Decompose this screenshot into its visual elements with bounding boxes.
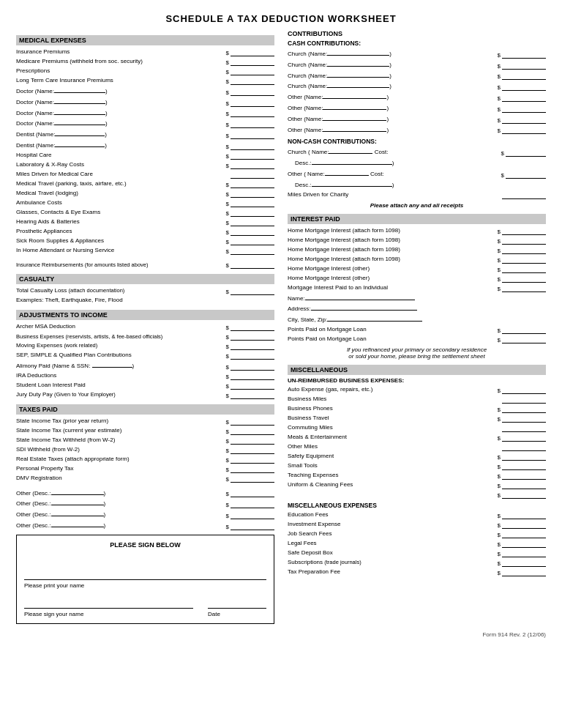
print-name-label: Please print your name — [24, 582, 266, 589]
list-item: SEP, SIMPLE & Qualified Plan Contributio… — [16, 351, 274, 360]
church-line-1: Church (Name:) $ — [288, 48, 546, 59]
list-item: Hospital Care$ — [16, 151, 274, 160]
list-item: Safe Deposit Box$ — [288, 549, 546, 557]
miles-charity: Miles Driven for Charity — [288, 190, 546, 199]
list-item: Doctor (Name:)$ — [16, 108, 274, 118]
adjustments-header: ADJUSTMENTS TO INCOME — [16, 310, 274, 320]
other-donation-1: Other (Name:) $ — [288, 92, 546, 102]
list-item: Medical Travel (parking, taxis, airfare,… — [16, 179, 274, 188]
list-item: Medical Travel (lodging)$ — [16, 189, 274, 198]
list-item: Doctor (Name:)$ — [16, 86, 274, 96]
list-item: Examples: Theft, Earthquake, Fire, Flood — [16, 296, 274, 305]
sign-section: PLEASE SIGN BELOW Please print your name… — [16, 535, 274, 624]
sign-name-label: Please sign your name — [24, 611, 193, 617]
list-item: Business Travel$ — [288, 414, 546, 423]
mortgage-address: Address: — [288, 303, 546, 313]
list-item: Laboratory & X-Ray Costs$ — [16, 160, 274, 169]
list-item: Doctor (Name:)$ — [16, 118, 274, 128]
list-item: Prescriptions$ — [16, 67, 274, 75]
list-item: Small Tools$ — [288, 461, 546, 470]
church-line-4: Church (Name:) $ — [288, 81, 546, 91]
list-item: Doctor (Name:)$ — [16, 97, 274, 107]
left-column: MEDICAL EXPENSES Insurance Premiums$ Med… — [16, 30, 274, 624]
list-item: Hearing Aids & Batteries$ — [16, 218, 274, 226]
list-item: Business Expenses (reservists, artists, … — [16, 332, 274, 341]
list-item: Teaching Expenses$ — [288, 471, 546, 480]
list-item: Personal Property Tax$ — [16, 464, 274, 473]
list-item: Glasses, Contacts & Eye Exams$ — [16, 208, 274, 217]
cash-header: CASH CONTRIBUTIONS: — [288, 40, 546, 47]
list-item: Total Casualty Loss (attach documentatio… — [16, 286, 274, 295]
print-name-line[interactable] — [24, 579, 266, 580]
list-item: Archer MSA Deduction$ — [16, 322, 274, 331]
misc-header: MISCELLANEOUS — [288, 365, 546, 375]
list-item: Commuting Miles — [288, 423, 546, 432]
list-item: Home Mortgage Interest (attach form 1098… — [288, 255, 546, 264]
list-item: Home Mortgage Interest (attach form 1098… — [288, 226, 546, 235]
list-item: Meals & Entertainment$ — [288, 433, 546, 442]
list-item: Jury Duty Pay (Given to Your Employer)$ — [16, 390, 274, 399]
casualty-header: CASUALTY — [16, 274, 274, 284]
noncash-header: NON-CASH CONTRIBUTIONS: — [288, 138, 546, 145]
list-item: Moving Expenses (work related)$ — [16, 341, 274, 350]
list-item: Insurance Reimbursements (for amounts li… — [16, 260, 274, 269]
list-item: State Income Tax (current year estimate)… — [16, 426, 274, 435]
list-item: Insurance Premiums$ — [16, 48, 274, 56]
church-line-3: Church (Name:) $ — [288, 70, 546, 81]
list-item: DMV Registration$ — [16, 474, 274, 483]
list-item: Other (Desc.:)$ — [16, 488, 274, 498]
list-item: Subscriptions (trade journals)$ — [288, 558, 546, 567]
other-donation-2: Other (Name:) $ — [288, 103, 546, 113]
right-column: CONTRIBUTIONS CASH CONTRIBUTIONS: Church… — [288, 30, 546, 624]
list-item: Auto Expense (gas, repairs, etc.)$ — [288, 385, 546, 394]
list-item: Dentist (Name:)$ — [16, 140, 274, 150]
date-label: Date — [208, 611, 266, 617]
list-item: Other (Desc.:)$ — [16, 498, 274, 508]
list-item: Long Term Care Insurance Premiums$ — [16, 76, 274, 85]
noncash-church-desc: Desc.:) — [295, 157, 546, 168]
list-item: Medicare Premiums (withheld from soc. se… — [16, 57, 274, 66]
mortgage-individual: Mortgage Interest Paid to an Individual … — [288, 283, 546, 292]
list-item: In Home Attendant or Nursing Service$ — [16, 246, 274, 255]
list-item: IRA Deductions$ — [16, 371, 274, 380]
page-title: SCHEDULE A TAX DEDUCTION WORKSHEET — [16, 13, 546, 24]
list-item: Prosthetic Appliances$ — [16, 227, 274, 236]
list-item: Investment Expense$ — [288, 520, 546, 529]
list-item: Other (Desc.:)$ — [16, 509, 274, 519]
other-donation-3: Other (Name:) $ — [288, 114, 546, 124]
date-block: Date — [208, 598, 266, 617]
points-2: Points Paid on Mortgage Loan $ — [288, 335, 546, 343]
medical-expenses-header: MEDICAL EXPENSES — [16, 35, 274, 45]
interest-paid-header: INTEREST PAID — [288, 214, 546, 224]
unreimbursed-header: UN-REIMBURSED BUSINESS EXPENSES: — [288, 377, 546, 384]
sign-name-line[interactable] — [24, 608, 193, 609]
list-item: Ambulance Costs$ — [16, 198, 274, 207]
list-item: SDI Withheld (from W-2)$ — [16, 445, 274, 454]
date-line[interactable] — [208, 608, 266, 609]
list-item: Alimony Paid (Name & SSN: )$ — [16, 360, 274, 371]
list-item: Other (Desc.:)$ — [16, 520, 274, 530]
list-item: Education Fees$ — [288, 510, 546, 519]
list-item: State Income Tax (prior year return)$ — [16, 417, 274, 426]
noncash-church: Church ( Name: Cost: $ — [288, 146, 546, 157]
sign-name-block: Please sign your name — [24, 598, 193, 617]
list-item: Uniform & Cleaning Fees$ — [288, 480, 546, 489]
form-number: Form 914 Rev. 2 (12/06) — [16, 631, 546, 638]
list-item: Student Loan Interest Paid$ — [16, 381, 274, 390]
noncash-other-desc: Desc.:) — [295, 179, 546, 190]
list-item: Home Mortgage Interest (attach form 1098… — [288, 245, 546, 254]
list-item: Business Phones$ — [288, 404, 546, 413]
contributions-header: CONTRIBUTIONS — [288, 30, 546, 37]
mortgage-city: City, State, Zip: — [288, 314, 546, 324]
list-item: Miles Driven for Medical Care — [16, 170, 274, 179]
list-item: Sick Room Supplies & Appliances$ — [16, 237, 274, 245]
other-donation-4: Other (Name:) $ — [288, 125, 546, 135]
church-line-2: Church (Name:) $ — [288, 59, 546, 70]
refinance-note: If you refinanced your primary or second… — [288, 346, 546, 360]
list-item: $ — [288, 490, 546, 499]
list-item: Business Miles — [288, 395, 546, 404]
sign-title: PLEASE SIGN BELOW — [24, 541, 266, 549]
mortgage-name: Name: — [288, 293, 546, 303]
list-item: Home Mortgage Interest (other)$ — [288, 264, 546, 273]
list-item: Dentist (Name:)$ — [16, 129, 274, 139]
